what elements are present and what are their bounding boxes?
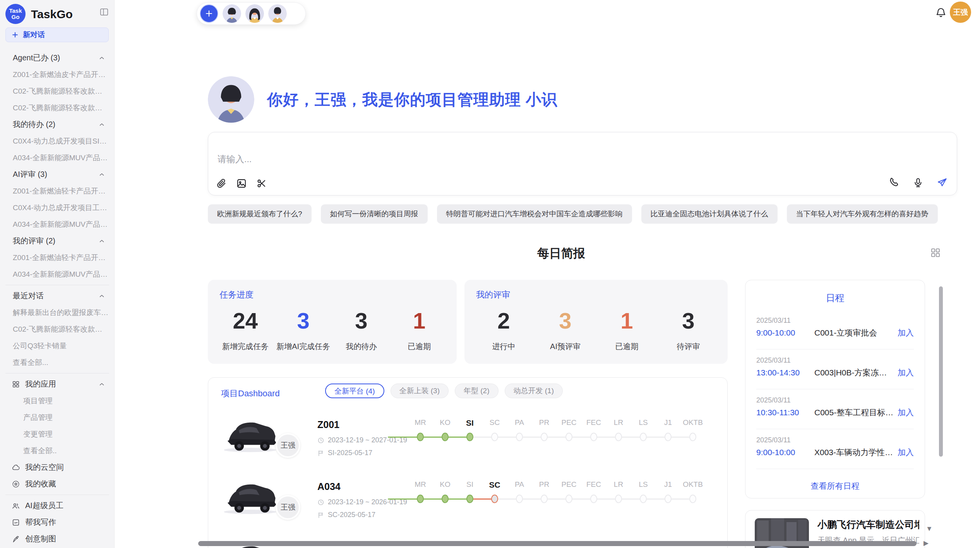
sidebar-task-item[interactable]: A034-全新新能源MUV产品开发项目计划变更表编写 xyxy=(0,149,115,166)
dashboard-tab[interactable]: 动总开发 (1) xyxy=(505,384,563,398)
phone-icon[interactable] xyxy=(886,175,902,190)
notification-bell-icon[interactable] xyxy=(935,7,947,18)
suggestion-chip[interactable]: 欧洲新规最近颁布了什么? xyxy=(208,204,312,224)
send-icon[interactable] xyxy=(934,175,950,190)
daily-brief-title: 每日简报 xyxy=(197,245,925,262)
scroll-right-arrow-icon[interactable]: ▶ xyxy=(923,539,929,547)
milestone-label: PA xyxy=(507,480,532,489)
sidebar-task-item[interactable]: Z001-全新燃油轻卡产品开发项目SI造型提交物评审 xyxy=(0,183,115,199)
sidebar-section-header-label: Agent已办 (3) xyxy=(13,53,60,63)
sidebar-item-star-badge[interactable]: 我的收藏 xyxy=(0,476,115,492)
sidebar-tool-pen[interactable]: 创意制图 xyxy=(0,531,115,547)
suggestion-chip[interactable]: 如何写一份清晰的项目周报 xyxy=(321,204,428,224)
sidebar-task-item[interactable]: C0X4-动力总成开发项目SI里程碑提交物检查 xyxy=(0,133,115,149)
sidebar-item-my-apps[interactable]: 我的应用 xyxy=(0,376,115,392)
sidebar-task-item[interactable]: C02-飞腾新能源轻客改款项目立项汇报方案 xyxy=(0,99,115,116)
male-avatar[interactable] xyxy=(223,4,241,23)
sidebar-section-header[interactable]: 我的评审 (2) xyxy=(0,233,115,249)
sidebar-task-item[interactable]: C0X4-动力总成开发项目工程变更评审 xyxy=(0,199,115,216)
sidebar-view-all-link[interactable]: 查看全部... xyxy=(0,354,115,371)
schedule-event: 2025/03/1110:30-11:30C005-整车工程目标评审加入 xyxy=(756,396,914,430)
event-divider xyxy=(756,429,914,429)
sidebar-task-item[interactable]: Z001-全新燃油皮卡产品开发项目SI节点Lesson Learn报告 xyxy=(0,66,115,83)
sidebar-section-header[interactable]: AI评审 (3) xyxy=(0,166,115,183)
sidebar-collapse-icon[interactable] xyxy=(99,7,109,17)
suggestion-chip[interactable]: 比亚迪全固态电池计划具体说了什么 xyxy=(641,204,778,224)
milestone-dot xyxy=(640,433,647,441)
sidebar-app-item[interactable]: 查看全部.. xyxy=(0,442,115,459)
sidebar-recent-header[interactable]: 最近对话 xyxy=(0,288,115,304)
sidebar-app-item[interactable]: 项目管理 xyxy=(0,392,115,409)
sidebar-recent-item[interactable]: 解释最新出台的欧盟报废车法规再生塑料比例被调至15%... xyxy=(0,304,115,321)
sidebar-task-item[interactable]: A034-全新新能源MUV产品开发项目造型可行性评审 xyxy=(0,266,115,283)
message-input[interactable]: 请输入... xyxy=(208,132,957,195)
image-icon[interactable] xyxy=(234,176,249,191)
new-chat-button[interactable]: 新对话 xyxy=(5,27,109,42)
stat-item: 3新增AI完成任务 xyxy=(274,305,332,356)
chevron-up-icon xyxy=(98,238,105,245)
milestone-label: PA xyxy=(507,418,532,427)
stat-item: 3我的待办 xyxy=(332,305,391,356)
stat-item: 3AI预评审 xyxy=(535,305,596,356)
stat-label: 已逾期 xyxy=(615,341,639,352)
sidebar-app-item[interactable]: 变更管理 xyxy=(0,426,115,442)
sidebar-task-item[interactable]: C02-飞腾新能源轻客改款项目里程碑画布 xyxy=(0,83,115,99)
microphone-icon[interactable] xyxy=(910,175,926,190)
layout-grid-icon[interactable] xyxy=(930,247,941,259)
sidebar-task-item[interactable]: A034-全新新能源MUV产品开发项目法规符合性评审 xyxy=(0,216,115,233)
milestone-strip: MRKOSISCPAPRPECFECLRLSJ1OKTB xyxy=(408,418,705,457)
assistant-switcher-pill xyxy=(197,2,306,25)
logo-text-top: Task xyxy=(9,8,22,14)
sidebar-task-item[interactable]: Z001-全新燃油轻卡产品开发项目SI节点属性5D文件评审 xyxy=(0,249,115,266)
event-date: 2025/03/11 xyxy=(756,356,914,365)
view-all-schedule-link[interactable]: 查看所有日程 xyxy=(745,481,925,491)
project-row[interactable]: 王强Z0012023-12-19 ~ 2027-01-19SI-2025-05-… xyxy=(208,414,727,473)
user-avatar[interactable]: 王强 xyxy=(950,2,971,23)
stat-label: 待评审 xyxy=(677,341,700,352)
sidebar-item-cloud[interactable]: 我的云空间 xyxy=(0,459,115,476)
vertical-scrollbar[interactable] xyxy=(939,286,943,457)
suggestion-chip[interactable]: 当下年轻人对汽车外观有怎样的喜好趋势 xyxy=(787,204,938,224)
milestone-dot xyxy=(516,433,523,441)
stat-value: 2 xyxy=(497,310,510,332)
sidebar-tool-writing[interactable]: 帮我写作 xyxy=(0,514,115,531)
sidebar-section-header[interactable]: 我的待办 (2) xyxy=(0,116,115,133)
dashboard-tab[interactable]: 年型 (2) xyxy=(455,384,499,398)
milestone-dot xyxy=(466,495,473,503)
event-time: 9:00-10:00 xyxy=(756,328,814,337)
dashboard-tab[interactable]: 全新上装 (3) xyxy=(391,384,449,398)
sidebar-tool-label: AI超级员工 xyxy=(25,500,63,511)
milestone-dot xyxy=(417,433,424,441)
event-join-link[interactable]: 加入 xyxy=(894,327,914,338)
milestone-dot xyxy=(615,495,622,503)
my-review-card: 我的评审2进行中3AI预评审1已逾期3待评审 xyxy=(464,280,728,364)
milestone-label: PEC xyxy=(557,418,581,427)
female-avatar-2[interactable] xyxy=(268,4,287,23)
scroll-down-arrow-icon[interactable]: ▼ xyxy=(926,525,933,533)
screenshot-icon[interactable] xyxy=(254,176,269,191)
suggestion-chip[interactable]: 特朗普可能对进口汽车增税会对中国车企造成哪些影响 xyxy=(437,204,632,224)
project-row[interactable]: 王强A0342023-12-19 ~ 2026-01-19SC-2025-05-… xyxy=(208,476,727,535)
schedule-title: 日程 xyxy=(745,292,925,304)
horizontal-scrollbar[interactable] xyxy=(198,541,917,546)
dashboard-tab[interactable]: 全新平台 (4) xyxy=(325,384,384,398)
sidebar-section-header-label: 我的评审 (2) xyxy=(13,236,55,246)
project-flag-text: SC-2025-05-17 xyxy=(328,511,375,519)
sidebar-recent-item[interactable]: C02-飞腾新能源轻客改款项目的闭环通告反馈情况 xyxy=(0,321,115,337)
female-avatar[interactable] xyxy=(245,4,264,23)
add-assistant-button[interactable] xyxy=(200,4,218,23)
event-join-link[interactable]: 加入 xyxy=(894,447,914,458)
plus-icon xyxy=(11,31,19,39)
sidebar-tool-people[interactable]: AI超级员工 xyxy=(0,497,115,514)
stat-card-title: 我的评审 xyxy=(476,289,510,301)
milestone-dot xyxy=(491,495,498,503)
event-join-link[interactable]: 加入 xyxy=(894,407,914,418)
stat-label: 进行中 xyxy=(492,341,516,352)
event-row: 9:00-10:00C001-立项审批会加入 xyxy=(756,327,914,338)
sidebar-app-item[interactable]: 产品管理 xyxy=(0,409,115,426)
attachment-icon[interactable] xyxy=(214,176,229,191)
sidebar-recent-item[interactable]: 公司Q3轻卡销量 xyxy=(0,337,115,354)
event-date: 2025/03/11 xyxy=(756,317,914,325)
event-join-link[interactable]: 加入 xyxy=(894,367,914,378)
sidebar-section-header[interactable]: Agent已办 (3) xyxy=(0,50,115,66)
